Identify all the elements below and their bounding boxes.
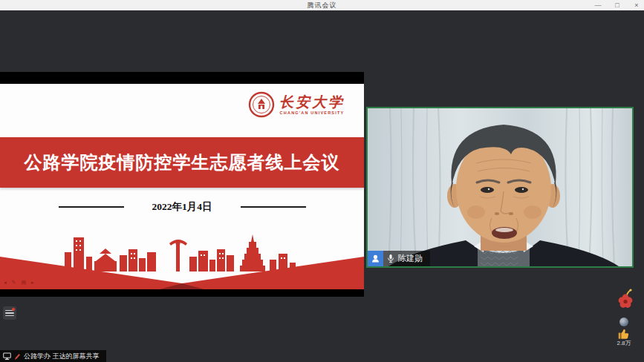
meeting-window: 腾讯会议 — □ × 长安大学 CHANG'AN UNIVERSITY [0, 0, 644, 362]
participant-avatar-icon [368, 251, 383, 266]
annotation-pen-icon [14, 353, 21, 361]
university-name-en: CHANG'AN UNIVERSITY [280, 111, 345, 115]
thumbs-up-count: 2.8万 [611, 339, 637, 347]
slide-overview-icon[interactable]: ▤ [21, 280, 26, 286]
screen-share-banner: 公路学办 王达的屏幕共享 [0, 350, 106, 362]
participant-name: 陈建勋 [398, 253, 423, 264]
fading-reaction-icon [619, 317, 628, 326]
maximize-button[interactable]: □ [613, 0, 622, 10]
university-logo-text: 长安大学 CHANG'AN UNIVERSITY [279, 95, 345, 115]
participant-video-tile[interactable]: 陈建勋 [366, 107, 634, 268]
university-seal-icon [248, 91, 275, 118]
close-button[interactable]: × [632, 0, 641, 10]
screen-share-icon [3, 352, 11, 361]
participant-video-frame [368, 108, 632, 266]
window-controls: — □ × [593, 0, 641, 10]
date-rule-right [241, 206, 306, 208]
slide-date-row: 2022年1月4日 [0, 200, 364, 214]
prev-slide-icon[interactable]: ◂ [4, 280, 7, 286]
meeting-main-area: 长安大学 CHANG'AN UNIVERSITY 公路学院疫情防控学生志愿者线上… [0, 10, 644, 362]
slide-title: 公路学院疫情防控学生志愿者线上会议 [25, 151, 340, 174]
flower-reaction-icon [617, 288, 634, 309]
notification-dot [12, 308, 15, 311]
presentation-slide: 长安大学 CHANG'AN UNIVERSITY 公路学院疫情防控学生志愿者线上… [0, 84, 364, 289]
screen-share-label: 公路学办 王达的屏幕共享 [24, 352, 100, 361]
ribbon-graphic [0, 246, 364, 289]
university-name-cn: 长安大学 [279, 95, 345, 110]
window-title: 腾讯会议 [308, 1, 337, 10]
thumbs-up-reaction-icon [617, 327, 630, 340]
university-logo: 长安大学 CHANG'AN UNIVERSITY [248, 91, 345, 118]
microphone-icon [387, 254, 394, 263]
participant-nametag: 陈建勋 [368, 251, 430, 266]
date-rule-left [59, 206, 124, 208]
slide-title-banner: 公路学院疫情防控学生志愿者线上会议 [0, 137, 364, 188]
title-bar: 腾讯会议 — □ × [0, 0, 644, 11]
annotation-toolbar-button[interactable] [3, 306, 16, 320]
pen-tool-icon[interactable]: ✎ [12, 280, 16, 286]
next-slide-icon[interactable]: ▸ [31, 280, 34, 286]
slide-date: 2022年1月4日 [152, 200, 212, 214]
minimize-button[interactable]: — [593, 0, 602, 10]
presenter-controls: ◂ ✎ ▤ ▸ [4, 280, 34, 286]
